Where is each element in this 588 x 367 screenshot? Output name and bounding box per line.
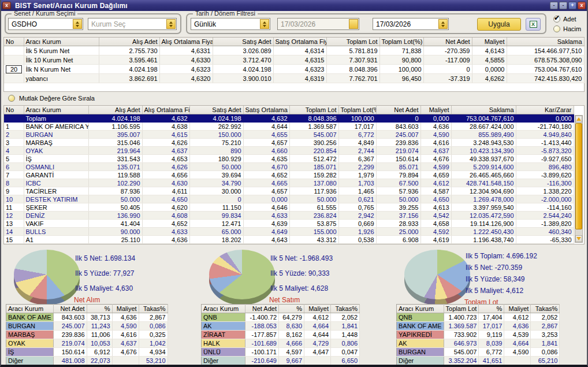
column-header[interactable]: Saklama [507, 38, 584, 46]
table-cell: 137.080 [289, 179, 338, 187]
column-header[interactable]: Toplam Lot [326, 38, 379, 46]
title-bar: x BIST Senet/Aracı Kurum Dağılımı - - + … [0, 0, 588, 11]
table-row[interactable]: 7GARANTİ119.5884,65639.6944,652159.2821,… [4, 171, 574, 179]
column-header[interactable]: Maliyet [504, 305, 531, 313]
column-header[interactable]: Toplam Lot [289, 106, 338, 114]
column-header[interactable]: Aracı Kurum [6, 305, 54, 313]
vertical-scrollbar[interactable] [575, 115, 583, 243]
column-header[interactable]: % [479, 305, 504, 313]
table-row-selected[interactable]: Toplam4.024.1984,6324.024.1984,6328.048.… [4, 114, 574, 123]
column-header[interactable]: Net Adet [423, 38, 472, 46]
column-header[interactable]: % [87, 305, 112, 313]
hacim-radio-row[interactable]: Hacim [553, 24, 586, 34]
calendar-button-icon[interactable] [349, 19, 358, 29]
spinner-icon[interactable] [166, 19, 176, 29]
spinner-icon[interactable] [73, 19, 82, 29]
table-cell: 5.781.819 [326, 46, 379, 55]
column-header[interactable]: Aracı Kurum [24, 38, 99, 46]
column-header[interactable]: Satış Adet [213, 38, 273, 46]
close-icon[interactable]: x [2, 2, 11, 9]
table-cell: 50.000 [289, 195, 338, 203]
table-cell: 20 [4, 65, 24, 74]
column-header[interactable]: Alış Ortalama Fiy [142, 106, 189, 114]
table-row[interactable]: 2BURGAN395.0074,615150.0004,655545.0076,… [4, 131, 574, 139]
column-header[interactable]: No [4, 38, 24, 46]
column-header[interactable]: Toplam Lot(%) [379, 38, 423, 46]
date-to-field[interactable]: 17/03/2026 [373, 18, 449, 30]
n-kurum-count-input[interactable]: 20 [6, 65, 22, 73]
table-row[interactable]: 4OYAK219.9644,6378904,660220.8542,744219… [4, 147, 574, 155]
table-row[interactable]: 15A125.1104,63618.2024,64343.3120,5386.9… [4, 236, 574, 244]
column-header[interactable]: Maliyet [472, 38, 507, 46]
column-header[interactable]: Satış Ortalama Fi [243, 106, 289, 114]
scroll-up-icon[interactable] [575, 116, 582, 123]
sort-option-row[interactable]: Mutlak Değere Göre Sırala [8, 95, 95, 102]
table-row[interactable]: 9TACİRLER87.9364,61130.0004,657117.9361,… [4, 187, 574, 195]
column-header[interactable]: Net Adet [376, 106, 420, 114]
column-header[interactable]: Alış Adet [99, 38, 159, 46]
apply-button[interactable]: Uygula [477, 18, 521, 31]
column-header[interactable]: Takas% [139, 305, 168, 313]
table-row[interactable]: 5İŞ331.5434,653180.9294,635512.4726,3671… [4, 155, 574, 163]
column-header[interactable]: Takas% [331, 305, 360, 313]
maximize-icon[interactable]: + [568, 2, 576, 9]
summary-table: NoAracı KurumAlış AdetAlış Ortalama Fiya… [4, 38, 585, 83]
column-header[interactable]: Aracı Kurum [397, 305, 444, 313]
table-row[interactable]: 8ICBC102.2904,63034.7904,665137.0801,703… [4, 179, 574, 187]
column-header[interactable]: Maliyet [304, 305, 331, 313]
column-header[interactable]: Alış Ortalama Fiyat [159, 38, 213, 46]
restore-icon[interactable]: - [559, 2, 567, 9]
table-cell: 0,765 [338, 203, 376, 212]
column-header[interactable]: Kar/Zarar [516, 106, 574, 114]
table-row[interactable]: 11ŞEKER50.4054,62011.1504,64661.5550,765… [4, 203, 574, 212]
symbol-select[interactable]: GSDHO [8, 18, 83, 30]
column-header[interactable]: Toplam Lot(% [338, 106, 376, 114]
table-row[interactable]: 3MARBAŞ315.0464,62675.2104,657390.2564,8… [4, 139, 574, 147]
scroll-down-icon[interactable] [575, 235, 582, 242]
table-cell: 2,052 [531, 313, 560, 322]
adet-radio[interactable] [553, 16, 560, 23]
table-cell: 14 [4, 228, 24, 236]
table-cell: 155.000 [289, 228, 338, 236]
sort-radio[interactable] [8, 95, 15, 102]
scrollbar-thumb[interactable] [575, 123, 582, 229]
export-excel-button[interactable]: X [526, 18, 541, 31]
column-header[interactable]: Net Adet [53, 305, 87, 313]
table-row[interactable]: 13VAKIF41.4044,65212.4714,63953.8750,669… [4, 220, 574, 228]
spinner-icon[interactable] [438, 19, 448, 29]
table-row[interactable]: 10DESTEK YATIRIM50.0004,65000,00050.0000… [4, 195, 574, 203]
close-window-icon[interactable]: x [578, 2, 586, 9]
column-header[interactable]: Alış Adet [88, 106, 142, 114]
date-from-field[interactable]: 17/03/2026 [277, 18, 359, 30]
table-cell: 4,849 [338, 139, 376, 147]
column-header[interactable]: Takas% [531, 305, 560, 313]
hacim-radio[interactable] [553, 25, 560, 32]
table-cell: 4,626 [142, 139, 189, 147]
period-select[interactable]: Günlük [191, 18, 270, 30]
column-header[interactable]: Aracı Kurum [202, 305, 245, 313]
column-header[interactable]: Satış Ortalama Fiyat [273, 38, 326, 46]
column-header[interactable]: Saklama [451, 106, 516, 114]
table-cell: 11.150 [189, 203, 243, 212]
table-cell: 481.008 [53, 357, 87, 365]
table-cell: 4,608 [142, 212, 189, 220]
table-cell: 245.007 [376, 131, 420, 139]
column-header[interactable]: Satış Adet [189, 106, 243, 114]
spinner-icon[interactable] [260, 19, 269, 29]
kurum-select[interactable]: Kurum Seç [88, 18, 177, 30]
table-row[interactable]: 14BULLS90.0004,63365.0004,649155.0001,92… [4, 228, 574, 236]
column-header[interactable]: % [279, 305, 304, 313]
table-row[interactable]: 1BANK OF AMERICA Y1.106.5954,638262.9924… [4, 123, 574, 131]
window-controls: - - + x [550, 2, 586, 9]
column-header[interactable]: No [4, 106, 24, 114]
table-cell: 37.156 [376, 212, 420, 220]
column-header[interactable]: Aracı Kurum [24, 106, 88, 114]
table-row[interactable]: 12DENİZ136.9904,60899.8344,633236.8242,9… [4, 212, 574, 220]
column-header[interactable]: Maliyet [420, 106, 451, 114]
minimize-icon[interactable]: - [550, 2, 558, 9]
adet-radio-row[interactable]: Adet [553, 14, 586, 24]
table-row[interactable]: 6OSMANLI135.0714,62650.0004,670185.0712,… [4, 163, 574, 171]
column-header[interactable]: Maliyet [112, 305, 139, 313]
column-header[interactable]: Net Adet [245, 305, 279, 313]
column-header[interactable]: Toplam Lot [444, 305, 479, 313]
